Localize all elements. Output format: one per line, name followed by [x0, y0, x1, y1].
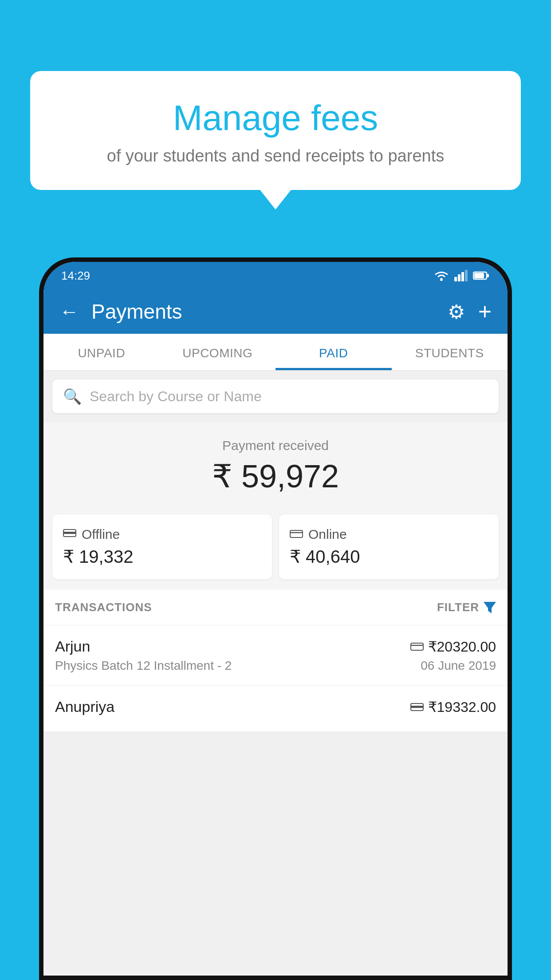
svg-rect-13 [411, 643, 423, 650]
payment-amount: ₹ 59,972 [52, 458, 499, 495]
phone-screen: 14:29 [43, 262, 508, 976]
svg-rect-2 [458, 274, 460, 281]
transaction-amount-1: ₹20320.00 [428, 638, 496, 655]
settings-icon[interactable]: ⚙ [448, 300, 465, 323]
svg-point-0 [440, 278, 443, 281]
offline-amount: ₹ 19,332 [63, 546, 261, 567]
transaction-amount-wrap-2: ₹19332.00 [410, 699, 496, 715]
transaction-name-1: Arjun [55, 638, 90, 655]
svg-rect-16 [411, 706, 423, 708]
offline-icon [63, 527, 76, 542]
online-icon [290, 527, 303, 542]
transactions-header: TRANSACTIONS FILTER [43, 590, 508, 625]
tab-bar: UNPAID UPCOMING PAID STUDENTS [43, 334, 508, 371]
app-bar: ← Payments ⚙ + [43, 289, 508, 334]
payment-cards: Offline ₹ 19,332 Online ₹ 40,640 [43, 507, 508, 590]
transaction-course-1: Physics Batch 12 Installment - 2 [55, 659, 232, 673]
search-bar[interactable]: 🔍 Search by Course or Name [52, 379, 499, 413]
add-icon[interactable]: + [478, 298, 492, 325]
transaction-row-arjun[interactable]: Arjun ₹20320.00 Physics Batch 12 Install… [43, 625, 508, 686]
offline-card-header: Offline [63, 527, 261, 542]
offline-card: Offline ₹ 19,332 [52, 514, 272, 579]
offline-payment-icon [410, 701, 424, 713]
offline-label: Offline [82, 527, 120, 542]
status-time: 14:29 [61, 269, 90, 283]
transaction-date-1: 06 June 2019 [421, 659, 496, 673]
app-bar-title: Payments [91, 300, 448, 324]
tab-students[interactable]: STUDENTS [392, 334, 508, 370]
svg-rect-3 [461, 272, 464, 281]
status-bar: 14:29 [43, 262, 508, 289]
svg-rect-1 [454, 277, 457, 281]
bubble-title: Manage fees [52, 98, 499, 138]
tab-paid[interactable]: PAID [276, 334, 392, 370]
wifi-icon [434, 270, 449, 281]
svg-rect-6 [474, 273, 484, 278]
online-card-header: Online [290, 527, 488, 542]
payment-summary: Payment received ₹ 59,972 [43, 422, 508, 507]
filter-label: FILTER [437, 601, 479, 614]
tab-upcoming[interactable]: UPCOMING [160, 334, 276, 370]
transaction-row-anupriya[interactable]: Anupriya ₹19332.00 [43, 686, 508, 732]
transaction-amount-wrap-1: ₹20320.00 [410, 638, 496, 655]
search-icon: 🔍 [63, 387, 82, 405]
phone-mockup: 14:29 [39, 257, 512, 980]
filter-icon [484, 602, 496, 613]
svg-rect-9 [63, 532, 76, 534]
back-button[interactable]: ← [59, 300, 79, 323]
speech-bubble: Manage fees of your students and send re… [30, 71, 521, 190]
svg-rect-7 [487, 274, 489, 277]
transaction-sub-1: Physics Batch 12 Installment - 2 06 June… [55, 659, 496, 673]
battery-icon [473, 271, 490, 281]
tab-unpaid[interactable]: UNPAID [43, 334, 160, 370]
transaction-name-2: Anupriya [55, 698, 114, 715]
transaction-main-1: Arjun ₹20320.00 [55, 638, 496, 655]
status-icons [434, 270, 490, 281]
svg-rect-10 [290, 530, 303, 537]
online-payment-icon [410, 642, 424, 652]
signal-icon [453, 270, 468, 281]
app-bar-actions: ⚙ + [448, 298, 492, 325]
filter-section[interactable]: FILTER [437, 601, 496, 614]
bubble-subtitle: of your students and send receipts to pa… [52, 146, 499, 166]
online-label: Online [308, 527, 347, 542]
svg-marker-12 [484, 602, 496, 613]
search-input[interactable]: Search by Course or Name [90, 388, 262, 405]
transactions-label: TRANSACTIONS [55, 601, 152, 614]
online-card: Online ₹ 40,640 [279, 514, 499, 579]
payment-received-label: Payment received [52, 438, 499, 453]
transaction-main-2: Anupriya ₹19332.00 [55, 698, 496, 715]
online-amount: ₹ 40,640 [290, 546, 488, 567]
transaction-amount-2: ₹19332.00 [428, 699, 496, 715]
svg-rect-4 [465, 270, 468, 281]
